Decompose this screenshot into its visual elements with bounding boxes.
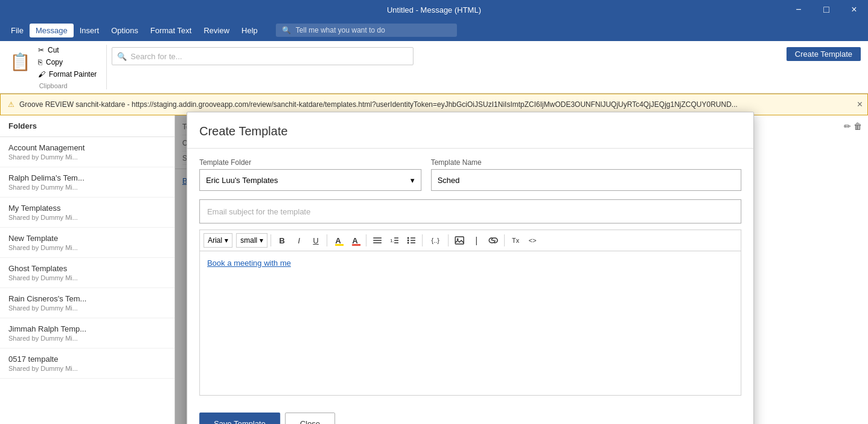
- numbered-list-button[interactable]: 1.: [386, 233, 402, 248]
- folder-rain-cisneros[interactable]: Rain Cisneros's Tem... Shared by Dummy M…: [0, 288, 174, 318]
- search-box-label[interactable]: Tell me what you want to do: [296, 26, 385, 34]
- modal-footer: Save Template Close: [187, 405, 753, 424]
- toolbar-sep-3: [366, 234, 366, 246]
- menu-insert[interactable]: Insert: [74, 24, 106, 37]
- cut-icon: ✂: [38, 46, 44, 54]
- code-view-button[interactable]: <>: [525, 233, 540, 248]
- dropdown-chevron-icon: ▾: [410, 176, 415, 185]
- svg-rect-13: [455, 237, 464, 244]
- bold-button[interactable]: B: [274, 233, 290, 248]
- folder-0517-tempalte[interactable]: 0517 tempalte Shared by Dummy Mi...: [0, 349, 174, 379]
- delete-icon[interactable]: 🗑: [854, 121, 862, 131]
- editor-toolbar: Arial ▾ small ▾ B I U A: [199, 230, 741, 251]
- underline-button[interactable]: U: [308, 233, 324, 248]
- folder-my-templatess[interactable]: My Templatess Shared by Dummy Mi...: [0, 198, 174, 228]
- svg-point-9: [407, 242, 409, 244]
- main-content: Folders Account Management Shared by Dum…: [0, 115, 868, 424]
- copy-button[interactable]: ⎘ Copy: [36, 57, 99, 68]
- highlight-icon: A: [336, 236, 341, 245]
- search-icon: 🔍: [282, 26, 291, 34]
- create-template-button[interactable]: Create Template: [787, 47, 861, 61]
- template-folder-label: Template Folder: [199, 158, 421, 167]
- menu-file[interactable]: File: [5, 24, 30, 37]
- toolbar-sep-6: [504, 234, 505, 246]
- close-button[interactable]: ×: [840, 0, 868, 19]
- menu-review[interactable]: Review: [197, 24, 235, 37]
- minimize-button[interactable]: −: [785, 0, 812, 19]
- folder-search-input[interactable]: Search for te...: [130, 52, 182, 61]
- template-name-input[interactable]: [431, 169, 741, 191]
- save-template-button[interactable]: Save Template: [199, 413, 280, 424]
- template-fields-row: Template Folder Eric Luu's Templates ▾ T…: [199, 158, 741, 191]
- template-folder-select[interactable]: Eric Luu's Templates ▾: [199, 169, 421, 191]
- clear-format-button[interactable]: Tx: [508, 233, 523, 248]
- font-size-select[interactable]: small ▾: [236, 233, 267, 248]
- format-painter-icon: 🖌: [38, 70, 45, 79]
- window-controls: − □ ×: [785, 0, 868, 19]
- toolbar-sep-2: [327, 234, 327, 246]
- menu-help[interactable]: Help: [235, 24, 264, 37]
- menu-bar: File Message Insert Options Format Text …: [0, 19, 868, 41]
- folder-account-management[interactable]: Account Management Shared by Dummy Mi...: [0, 137, 174, 167]
- edit-icon[interactable]: ✏: [844, 121, 851, 131]
- image-button[interactable]: [452, 233, 467, 248]
- close-modal-button[interactable]: Close: [285, 413, 335, 424]
- modal-title: Create Template: [187, 112, 753, 149]
- folder-new-template[interactable]: New Template Shared by Dummy Mi...: [0, 228, 174, 258]
- font-color-button[interactable]: A: [347, 233, 363, 248]
- editor-body-link[interactable]: Book a meeting with me: [207, 259, 291, 268]
- create-template-modal: Create Template Template Folder Eric Luu…: [187, 112, 754, 424]
- folder-ghost-templates[interactable]: Ghost Templates Shared by Dummy Mi...: [0, 258, 174, 288]
- notification-icon: ⚠: [8, 100, 14, 109]
- paste-button[interactable]: 📋: [7, 53, 33, 72]
- format-painter-button[interactable]: 🖌 Format Painter: [36, 69, 99, 80]
- template-folder-group: Template Folder Eric Luu's Templates ▾: [199, 158, 421, 191]
- menu-format-text[interactable]: Format Text: [144, 24, 197, 37]
- svg-point-7: [407, 237, 409, 239]
- highlight-button[interactable]: A: [330, 233, 346, 248]
- folder-ralph-delima[interactable]: Ralph Delima's Tem... Shared by Dummy Mi…: [0, 167, 174, 198]
- variable-button[interactable]: {..}: [426, 233, 445, 248]
- title-bar: Untitled - Message (HTML) − □ ×: [0, 0, 868, 19]
- svg-text:1.: 1.: [390, 238, 394, 243]
- font-color-icon: A: [353, 236, 358, 245]
- template-editor[interactable]: Book a meeting with me: [199, 251, 741, 396]
- italic-button[interactable]: I: [291, 233, 307, 248]
- maximize-button[interactable]: □: [812, 0, 840, 19]
- font-family-select[interactable]: Arial ▾: [203, 233, 232, 248]
- font-size-chevron: ▾: [260, 236, 263, 245]
- link-button[interactable]: [485, 233, 501, 248]
- menu-options[interactable]: Options: [105, 24, 144, 37]
- notification-text: Groove REVIEW sanchit-katdare - https://…: [19, 100, 738, 109]
- sidebar-header: Folders: [0, 115, 174, 137]
- menu-message[interactable]: Message: [30, 24, 74, 37]
- paste-icon: 📋: [10, 54, 31, 71]
- email-compose-area: To To Cc Cc Subject Book a meeting with …: [175, 115, 675, 424]
- toolbar-sep-5: [448, 234, 448, 246]
- template-name-group: Template Name: [431, 158, 741, 191]
- notification-close-button[interactable]: ×: [857, 99, 863, 110]
- clipboard-label: Clipboard: [7, 82, 99, 89]
- modal-body: Template Folder Eric Luu's Templates ▾ T…: [187, 149, 753, 405]
- template-name-label: Template Name: [431, 158, 741, 167]
- template-subject-input[interactable]: [199, 199, 741, 223]
- sidebar: Folders Account Management Shared by Dum…: [0, 115, 175, 424]
- ribbon: 📋 ✂ Cut ⎘ Copy 🖌 Format Painter Clipboar…: [0, 41, 868, 94]
- cut-button[interactable]: ✂ Cut: [36, 45, 99, 56]
- toolbar-sep-4: [422, 234, 423, 246]
- divider-button[interactable]: |: [468, 233, 484, 248]
- window-title: Untitled - Message (HTML): [387, 5, 481, 14]
- svg-point-8: [407, 240, 409, 242]
- align-button[interactable]: [369, 233, 385, 248]
- folder-search-icon: 🔍: [117, 52, 127, 61]
- folder-jimmah-ralph[interactable]: Jimmah Ralph Temp... Shared by Dummy Mi.…: [0, 318, 174, 349]
- copy-icon: ⎘: [38, 58, 42, 66]
- toolbar-sep-1: [270, 234, 271, 246]
- bullet-list-button[interactable]: [403, 233, 419, 248]
- font-family-chevron: ▾: [225, 236, 228, 245]
